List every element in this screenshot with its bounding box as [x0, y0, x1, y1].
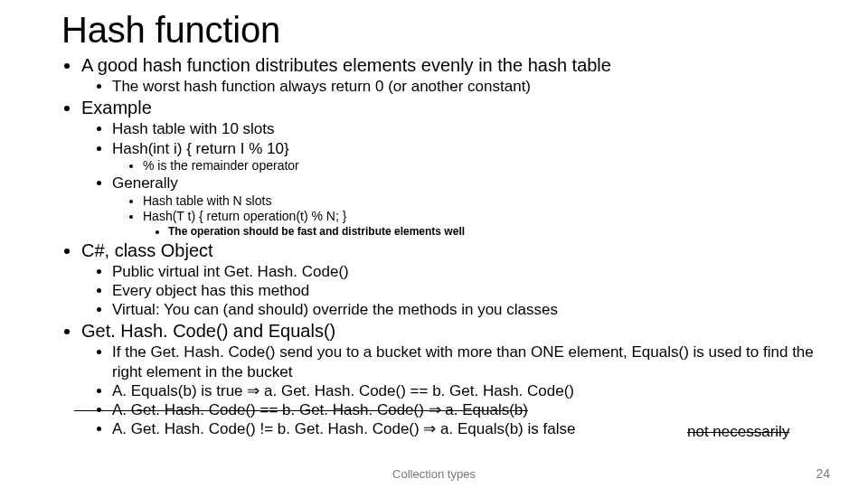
bullet-4-2: A. Equals(b) is true ⇒ a. Get. Hash. Cod…: [112, 381, 832, 400]
bullet-2-3-2-text: Hash(T t) { return operation(t) % N; }: [143, 209, 346, 223]
footer-center: Collection types: [0, 467, 868, 481]
bullet-2-2-1: % is the remainder operator: [143, 158, 832, 174]
bullet-4: Get. Hash. Code() and Equals() If the Ge…: [81, 320, 832, 438]
annotation-not-necessarily: not necessarily: [687, 423, 789, 441]
bullet-3: C#, class Object Public virtual int Get.…: [81, 239, 832, 320]
slide-title: Hash function: [61, 11, 832, 49]
bullet-2-3-2: Hash(T t) { return operation(t) % N; } T…: [143, 209, 832, 239]
bullet-2-2-text: Hash(int i) { return I % 10}: [112, 140, 289, 157]
bullet-2-3-2-1: The operation should be fast and distrib…: [168, 225, 832, 239]
bullet-1: A good hash function distributes element…: [81, 54, 832, 96]
bullet-2-1: Hash table with 10 slots: [112, 119, 832, 138]
bullet-2: Example Hash table with 10 slots Hash(in…: [81, 97, 832, 238]
bullet-2-3-text: Generally: [112, 174, 178, 192]
strikethrough-annotation: [687, 432, 789, 433]
bullet-2-3-1: Hash table with N slots: [143, 193, 832, 210]
bullet-4-1: If the Get. Hash. Code() send you to a b…: [112, 343, 832, 381]
bullet-4-3-text: A. Get. Hash. Code() == b. Get. Hash. Co…: [112, 400, 528, 419]
bullet-list: A good hash function distributes element…: [61, 54, 832, 439]
bullet-3-3: Virtual: You can (and should) override t…: [112, 300, 832, 319]
bullet-1-1: The worst hash function always return 0 …: [112, 77, 832, 96]
strikethrough-line-ext-left: [74, 410, 112, 411]
strikethrough-line-main: [112, 410, 528, 411]
bullet-3-1: Public virtual int Get. Hash. Code(): [112, 262, 832, 281]
bullet-2-text: Example: [81, 98, 152, 117]
bullet-3-text: C#, class Object: [81, 240, 213, 260]
bullet-4-text: Get. Hash. Code() and Equals(): [81, 321, 335, 341]
slide-number: 24: [816, 466, 830, 481]
bullet-2-3: Generally Hash table with N slots Hash(T…: [112, 174, 832, 238]
bullet-3-2: Every object has this method: [112, 281, 832, 300]
bullet-1-text: A good hash function distributes element…: [81, 55, 611, 75]
bullet-2-2: Hash(int i) { return I % 10} % is the re…: [112, 139, 832, 174]
bullet-4-3: A. Get. Hash. Code() == b. Get. Hash. Co…: [112, 400, 832, 419]
